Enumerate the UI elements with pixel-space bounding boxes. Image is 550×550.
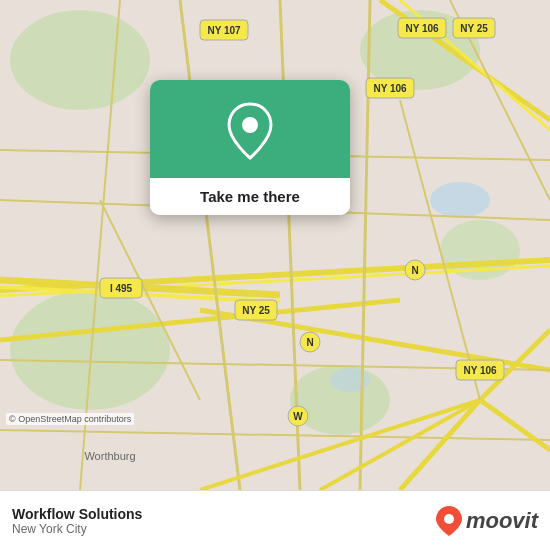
svg-text:W: W bbox=[293, 411, 303, 422]
svg-point-54 bbox=[444, 514, 454, 524]
svg-text:Worthburg: Worthburg bbox=[84, 450, 135, 462]
location-pin-icon bbox=[225, 102, 275, 160]
bottom-bar: Workflow Solutions New York City moovit bbox=[0, 490, 550, 550]
svg-text:NY 106: NY 106 bbox=[463, 365, 497, 376]
moovit-pin-icon bbox=[435, 505, 463, 537]
svg-point-6 bbox=[430, 182, 490, 218]
popup-card: Take me there bbox=[150, 80, 350, 215]
moovit-text: moovit bbox=[466, 508, 538, 534]
location-info: Workflow Solutions New York City bbox=[12, 506, 142, 536]
svg-text:NY 25: NY 25 bbox=[242, 305, 270, 316]
svg-text:NY 106: NY 106 bbox=[405, 23, 439, 34]
location-name: Workflow Solutions bbox=[12, 506, 142, 522]
svg-text:N: N bbox=[306, 337, 313, 348]
take-me-there-button[interactable]: Take me there bbox=[150, 178, 350, 215]
svg-text:N: N bbox=[411, 265, 418, 276]
svg-point-7 bbox=[330, 368, 370, 392]
map-container: NY 107 NY 106 NY 25 NY 106 I 495 NY 25 N… bbox=[0, 0, 550, 490]
svg-text:I 495: I 495 bbox=[110, 283, 133, 294]
moovit-logo: moovit bbox=[435, 505, 538, 537]
svg-text:NY 106: NY 106 bbox=[373, 83, 407, 94]
svg-point-1 bbox=[10, 10, 150, 110]
svg-point-53 bbox=[242, 117, 258, 133]
svg-text:NY 107: NY 107 bbox=[207, 25, 241, 36]
svg-text:NY 25: NY 25 bbox=[460, 23, 488, 34]
svg-point-3 bbox=[10, 290, 170, 410]
popup-green-area bbox=[150, 80, 350, 178]
map-attribution: © OpenStreetMap contributors bbox=[6, 413, 134, 425]
location-city: New York City bbox=[12, 522, 142, 536]
